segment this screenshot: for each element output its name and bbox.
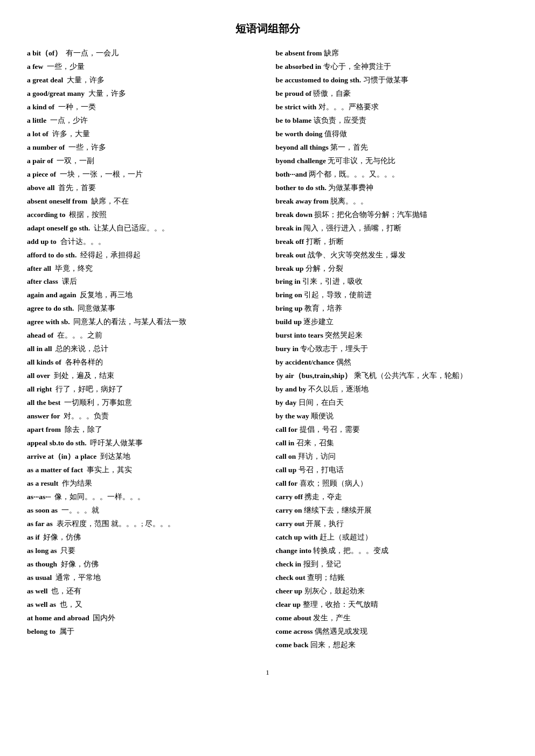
list-item: break down 损坏；把化合物等分解；汽车抛锚 xyxy=(276,208,509,222)
meaning: 毕竟，终究 xyxy=(55,264,93,272)
meaning: 一些，许多 xyxy=(68,143,106,151)
list-item: all the best 一切顺利，万事如意 xyxy=(27,396,260,410)
list-item: belong to 属于 xyxy=(27,625,260,639)
meaning: 突然哭起来 xyxy=(325,331,363,339)
list-item: call up 号召，打电话 xyxy=(276,464,509,477)
list-item: build up 逐步建立 xyxy=(276,316,509,329)
meaning: 喜欢；照顾（病人） xyxy=(300,479,367,487)
meaning: 该负责，应受责 xyxy=(314,116,366,124)
meaning: 大量，许多 xyxy=(88,89,126,97)
left-column: a bit（of） 有一点，一会儿a few 一些，少量a great deal… xyxy=(27,47,260,639)
list-item: all over 到处，遍及，结束 xyxy=(27,369,260,383)
meaning: 开展，执行 xyxy=(306,520,344,528)
meaning: 反复地，再三地 xyxy=(80,291,133,299)
phrase: call up xyxy=(276,466,297,474)
meaning: 脱离。。。 xyxy=(330,197,368,205)
meaning: 一。。。就 xyxy=(61,506,99,514)
meaning: 到达某地 xyxy=(100,452,130,460)
phrase: as well as xyxy=(27,600,56,608)
meaning: 专心致志于，埋头于 xyxy=(300,345,368,353)
list-item: as a matter of fact 事实上，其实 xyxy=(27,464,260,477)
list-item: after all 毕竟，终究 xyxy=(27,262,260,276)
list-item: break in 闯入，强行进入，插嘴，打断 xyxy=(276,222,509,235)
meaning: 也，还有 xyxy=(51,587,81,595)
phrase: be absorbed in xyxy=(276,62,322,71)
meaning: 号召，打电话 xyxy=(298,466,344,474)
meaning: 表示程度，范围 就。。。; 尽。。。 xyxy=(57,520,176,528)
meaning: 同意某人的看法，与某人看法一致 xyxy=(73,318,186,326)
meaning: 提倡，号召，需要 xyxy=(300,425,360,433)
meaning: 为做某事费神 xyxy=(328,184,373,192)
phrase: change into xyxy=(276,547,311,555)
phrase: appeal sb.to do sth. xyxy=(27,439,87,447)
meaning: 事实上，其实 xyxy=(87,466,132,474)
phrase: according to xyxy=(27,211,66,219)
phrase: byond challenge xyxy=(276,157,326,165)
list-item: a pair of 一双，一副 xyxy=(27,155,260,168)
meaning: 第一，首先 xyxy=(330,143,368,151)
list-item: call on 拜访，访问 xyxy=(276,450,509,464)
list-item: bring on 引起，导致，使前进 xyxy=(276,289,509,302)
list-item: arrive at（in）a place 到达某地 xyxy=(27,450,260,464)
meaning: 两个都，既。。。又。。。 xyxy=(309,170,399,178)
meaning: 通常，平常地 xyxy=(55,573,101,582)
phrase: a great deal xyxy=(27,76,63,84)
list-item: break up 分解，分裂 xyxy=(276,262,509,276)
meaning: 不久以后，逐渐地 xyxy=(308,385,369,393)
meaning: 偶然 xyxy=(336,358,351,366)
meaning: 闯入，强行进入，插嘴，打断 xyxy=(303,224,401,232)
meaning: 根据，按照 xyxy=(69,211,107,219)
list-item: apart from 除去，除了 xyxy=(27,423,260,437)
phrase: as a result xyxy=(27,479,58,487)
phrase: clear up xyxy=(276,600,301,608)
phrase: carry on xyxy=(276,506,302,514)
meaning: 也，又 xyxy=(60,600,82,608)
list-item: call for 提倡，号召，需要 xyxy=(276,423,509,437)
phrase: all kinds of xyxy=(27,358,61,366)
list-item: be to blame 该负责，应受责 xyxy=(276,114,509,128)
meaning: 顺便说 xyxy=(311,412,333,420)
phrase: bring in xyxy=(276,277,301,285)
list-item: carry off 携走，夺走 xyxy=(276,491,509,504)
list-item: all in all 总的来说，总计 xyxy=(27,342,260,356)
meaning: 除去，除了 xyxy=(65,425,102,433)
meaning: 一点，少许 xyxy=(50,116,88,124)
phrase: apart from xyxy=(27,425,61,433)
phrase: a few xyxy=(27,62,43,71)
meaning: 首先，首要 xyxy=(58,184,96,192)
meaning: 国内外 xyxy=(93,614,115,622)
phrase: a pair of xyxy=(27,157,53,165)
phrase: agree to do sth. xyxy=(27,304,74,312)
phrase: be accustomed to doing sth. xyxy=(276,76,362,84)
meaning: 有一点，一会儿 xyxy=(66,49,119,57)
meaning: 缺席，不在 xyxy=(91,197,129,205)
meaning: 召来，召集 xyxy=(296,439,334,447)
phrase: carry out xyxy=(276,520,305,528)
list-item: as if 好像，仿佛 xyxy=(27,531,260,544)
phrase: both···and xyxy=(276,170,307,178)
page-number: 1 xyxy=(27,668,508,677)
meaning: 回来，想起来 xyxy=(310,641,356,649)
meaning: 转换成，把。。。变成 xyxy=(313,547,388,555)
phrase: break away from xyxy=(276,197,329,205)
list-item: come across 偶然遇见或发现 xyxy=(276,625,509,639)
meaning: 拜访，访问 xyxy=(298,452,336,460)
phrase: all the best xyxy=(27,398,60,407)
list-item: a kind of 一种，一类 xyxy=(27,101,260,114)
phrase: be strict with xyxy=(276,103,317,111)
phrase: at home and abroad xyxy=(27,614,89,622)
list-item: again and again 反复地，再三地 xyxy=(27,289,260,302)
list-item: answer for 对。。。负责 xyxy=(27,410,260,423)
list-item: call in 召来，召集 xyxy=(276,437,509,450)
meaning: 一切顺利，万事如意 xyxy=(64,398,132,407)
meaning: 在。。。之前 xyxy=(57,331,102,339)
list-item: at home and abroad 国内外 xyxy=(27,612,260,625)
meaning: 分解，分裂 xyxy=(305,264,343,272)
meaning: 对。。。严格要求 xyxy=(318,103,379,111)
meaning: 损坏；把化合物等分解；汽车抛锚 xyxy=(314,211,427,219)
list-item: a number of 一些，许多 xyxy=(27,141,260,155)
list-item: a piece of 一块，一张，一根，一片 xyxy=(27,168,260,181)
list-item: as though 好像，仿佛 xyxy=(27,558,260,571)
list-item: agree to do sth. 同意做某事 xyxy=(27,302,260,316)
phrase: come about xyxy=(276,614,311,622)
